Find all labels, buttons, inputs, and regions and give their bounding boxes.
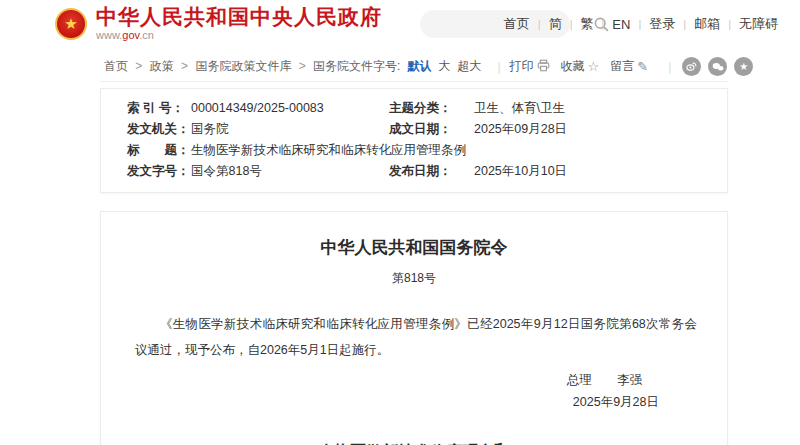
nav-divider: | bbox=[538, 18, 541, 30]
meta-label-doc-number: 发文字号： bbox=[127, 161, 191, 182]
meta-value-index-no: 000014349/2025-00083 bbox=[191, 98, 389, 119]
share-buttons: ★ bbox=[682, 57, 753, 76]
pencil-icon: ✎ bbox=[637, 60, 648, 73]
breadcrumb-state-council-docs[interactable]: 国务院文件 bbox=[313, 59, 373, 73]
signature-date: 2025年9月28日 bbox=[101, 391, 659, 413]
star-icon: ☆ bbox=[588, 60, 600, 73]
national-emblem-icon: ★ bbox=[55, 8, 87, 40]
breadcrumb-separator: > bbox=[181, 59, 188, 73]
meta-label-topic: 主题分类： bbox=[389, 98, 474, 119]
meta-label-index-no: 索 引 号： bbox=[127, 98, 191, 119]
breadcrumb-separator: > bbox=[135, 59, 142, 73]
meta-row-agency: 发文机关： 国务院 成文日期： 2025年09月28日 bbox=[101, 119, 727, 140]
qzone-share-icon[interactable]: ★ bbox=[734, 57, 753, 76]
meta-row-docnumber: 发文字号： 国令第818号 发布日期： 2025年10月10日 bbox=[101, 161, 727, 182]
meta-label-issuing-agency: 发文机关： bbox=[127, 119, 191, 140]
nav-login[interactable]: 登录 bbox=[649, 15, 675, 33]
signature-line: 总理 李强 bbox=[101, 369, 642, 391]
meta-row-title: 标 题： 生物医学新技术临床研究和临床转化应用管理条例 bbox=[101, 140, 727, 161]
fontsize-default-button[interactable]: 默认 bbox=[407, 58, 431, 75]
breadcrumb-separator: > bbox=[299, 59, 306, 73]
nav-divider: | bbox=[570, 18, 573, 30]
weibo-share-icon[interactable] bbox=[682, 57, 701, 76]
signature-block: 总理 李强 2025年9月28日 bbox=[101, 369, 727, 413]
top-nav: 首页 | 简 | 繁 | EN | 登录 | 邮箱 | 无障碍 bbox=[504, 15, 778, 33]
favorite-label: 收藏 bbox=[561, 58, 585, 75]
regulation-title: 生物医学新技术临床研究和 临床转化应用管理条例 bbox=[101, 439, 727, 445]
breadcrumb-toolbar-row: 首页 > 政策 > 国务院政策文件库 > 国务院文件 字号: 默认 大 超大 |… bbox=[100, 56, 728, 82]
site-logo[interactable]: ★ 中华人民共和国中央人民政府 www.gov.cn bbox=[55, 5, 382, 42]
site-header: ★ 中华人民共和国中央人民政府 www.gov.cn 首页 | 简 | 繁 | … bbox=[0, 0, 800, 48]
nav-english[interactable]: EN bbox=[612, 17, 630, 32]
site-url-www: www. bbox=[96, 29, 122, 41]
breadcrumb-policy-library[interactable]: 国务院政策文件库 bbox=[195, 59, 291, 73]
breadcrumb-policy[interactable]: 政策 bbox=[150, 59, 174, 73]
nav-traditional[interactable]: 繁 bbox=[581, 15, 594, 33]
toolbar-divider: | bbox=[668, 60, 671, 74]
meta-value-issuing-agency: 国务院 bbox=[191, 119, 389, 140]
meta-value-written-date: 2025年09月28日 bbox=[474, 119, 727, 140]
fontsize-large-button[interactable]: 大 bbox=[438, 58, 450, 75]
decree-number: 第818号 bbox=[101, 270, 727, 287]
decree-body-paragraph: 《生物医学新技术临床研究和临床转化应用管理条例》已经2025年9月12日国务院第… bbox=[135, 311, 697, 363]
content-column: 首页 > 政策 > 国务院政策文件库 > 国务院文件 字号: 默认 大 超大 |… bbox=[100, 56, 728, 445]
print-label: 打印 bbox=[510, 58, 534, 75]
meta-value-doc-number: 国令第818号 bbox=[191, 161, 389, 182]
breadcrumb: 首页 > 政策 > 国务院政策文件库 > 国务院文件 bbox=[104, 58, 373, 75]
site-url-gov: gov bbox=[122, 29, 139, 41]
document-metadata-panel: 索 引 号： 000014349/2025-00083 主题分类： 卫生、体育\… bbox=[100, 88, 728, 193]
print-button[interactable]: 打印 bbox=[510, 58, 550, 75]
meta-value-topic: 卫生、体育\卫生 bbox=[474, 98, 727, 119]
favorite-button[interactable]: 收藏 ☆ bbox=[561, 58, 600, 75]
meta-value-title: 生物医学新技术临床研究和临床转化应用管理条例 bbox=[191, 140, 727, 161]
article-toolbar: 字号: 默认 大 超大 | 打印 收藏 ☆ 留言 bbox=[373, 57, 753, 76]
nav-home[interactable]: 首页 bbox=[504, 15, 530, 33]
fontsize-label: 字号: bbox=[373, 58, 400, 75]
nav-mail[interactable]: 邮箱 bbox=[694, 15, 720, 33]
meta-label-title: 标 题： bbox=[127, 140, 191, 161]
meta-row-index: 索 引 号： 000014349/2025-00083 主题分类： 卫生、体育\… bbox=[101, 98, 727, 119]
fontsize-xlarge-button[interactable]: 超大 bbox=[457, 58, 481, 75]
nav-divider: | bbox=[728, 18, 731, 30]
meta-value-publish-date: 2025年10月10日 bbox=[474, 161, 727, 182]
comment-button[interactable]: 留言 ✎ bbox=[610, 58, 648, 75]
decree-title: 中华人民共和国国务院令 bbox=[101, 236, 727, 259]
nav-divider: | bbox=[638, 18, 641, 30]
comment-label: 留言 bbox=[610, 58, 634, 75]
document-body-panel: 中华人民共和国国务院令 第818号 《生物医学新技术临床研究和临床转化应用管理条… bbox=[100, 211, 728, 445]
nav-simplified[interactable]: 简 bbox=[549, 15, 562, 33]
meta-label-publish-date: 发布日期： bbox=[389, 161, 474, 182]
nav-accessibility[interactable]: 无障碍 bbox=[739, 15, 778, 33]
site-title-block: 中华人民共和国中央人民政府 www.gov.cn bbox=[96, 5, 382, 42]
site-url-cn: .cn bbox=[139, 29, 154, 41]
printer-icon bbox=[537, 59, 550, 74]
regulation-title-line1: 生物医学新技术临床研究和 bbox=[101, 439, 727, 445]
meta-label-written-date: 成文日期： bbox=[389, 119, 474, 140]
nav-divider: | bbox=[683, 18, 686, 30]
site-url: www.gov.cn bbox=[96, 29, 382, 42]
toolbar-divider: | bbox=[497, 60, 500, 74]
breadcrumb-home[interactable]: 首页 bbox=[104, 59, 128, 73]
nav-divider: | bbox=[602, 18, 605, 30]
emblem-star-glyph: ★ bbox=[64, 16, 77, 31]
wechat-share-icon[interactable] bbox=[708, 57, 727, 76]
site-title: 中华人民共和国中央人民政府 bbox=[96, 5, 382, 29]
qzone-star-glyph: ★ bbox=[739, 61, 748, 72]
